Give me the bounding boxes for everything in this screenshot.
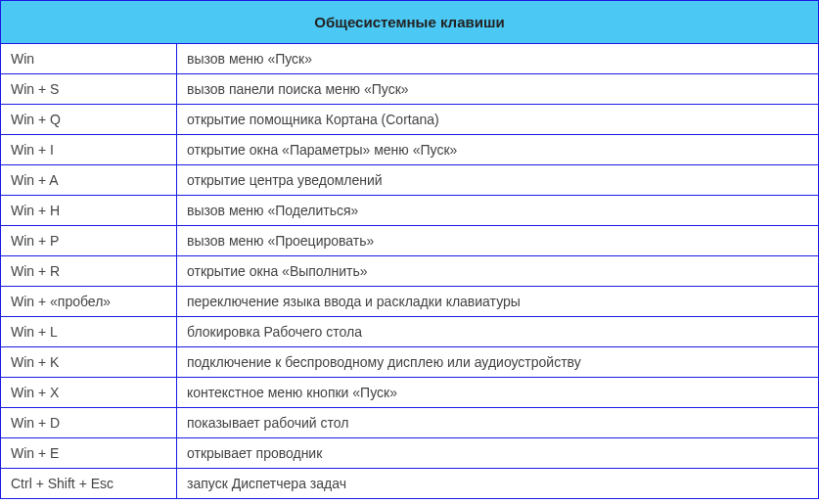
shortcut-description: запуск Диспетчера задач xyxy=(177,469,819,499)
shortcut-key: Ctrl + Shift + Esc xyxy=(1,469,177,499)
shortcuts-table: Общесистемные клавиши Winвызов меню «Пус… xyxy=(0,0,819,499)
shortcut-key: Win + L xyxy=(1,317,177,347)
table-row: Win + Iоткрытие окна «Параметры» меню «П… xyxy=(1,135,819,165)
shortcut-key: Win + A xyxy=(1,165,177,196)
table-title: Общесистемные клавиши xyxy=(1,1,819,44)
shortcut-description: вызов меню «Проецировать» xyxy=(177,226,819,256)
shortcut-key: Win + P xyxy=(1,226,177,256)
shortcut-description: открытие центра уведомлений xyxy=(177,165,819,196)
shortcut-key: Win xyxy=(1,44,177,74)
table-row: Win + Sвызов панели поиска меню «Пуск» xyxy=(1,74,819,105)
shortcut-description: подключение к беспроводному дисплею или … xyxy=(177,347,819,378)
table-row: Win + Dпоказывает рабочий стол xyxy=(1,408,819,438)
shortcut-key: Win + S xyxy=(1,74,177,105)
table-row: Win + «пробел»переключение языка ввода и… xyxy=(1,287,819,317)
shortcut-description: вызов панели поиска меню «Пуск» xyxy=(177,74,819,105)
shortcut-description: показывает рабочий стол xyxy=(177,408,819,438)
shortcut-description: открытие окна «Параметры» меню «Пуск» xyxy=(177,135,819,165)
shortcut-key: Win + H xyxy=(1,196,177,226)
shortcut-key: Win + R xyxy=(1,256,177,287)
shortcut-key: Win + E xyxy=(1,438,177,469)
table-row: Win + Qоткрытие помощника Кортана (Corta… xyxy=(1,105,819,135)
shortcut-description: открывает проводник xyxy=(177,438,819,469)
table-row: Win + Kподключение к беспроводному диспл… xyxy=(1,347,819,378)
shortcut-description: вызов меню «Пуск» xyxy=(177,44,819,74)
shortcut-description: открытие окна «Выполнить» xyxy=(177,256,819,287)
shortcut-key: Win + D xyxy=(1,408,177,438)
shortcut-description: контекстное меню кнопки «Пуск» xyxy=(177,378,819,408)
table-row: Ctrl + Shift + Escзапуск Диспетчера зада… xyxy=(1,469,819,499)
shortcut-description: открытие помощника Кортана (Cortana) xyxy=(177,105,819,135)
shortcut-description: вызов меню «Поделиться» xyxy=(177,196,819,226)
table-row: Win + Eоткрывает проводник xyxy=(1,438,819,469)
table-row: Winвызов меню «Пуск» xyxy=(1,44,819,74)
shortcut-key: Win + Q xyxy=(1,105,177,135)
table-row: Win + Hвызов меню «Поделиться» xyxy=(1,196,819,226)
table-row: Win + Pвызов меню «Проецировать» xyxy=(1,226,819,256)
table-row: Win + Rоткрытие окна «Выполнить» xyxy=(1,256,819,287)
table-row: Win + Aоткрытие центра уведомлений xyxy=(1,165,819,196)
table-row: Win + Xконтекстное меню кнопки «Пуск» xyxy=(1,378,819,408)
table-row: Win + Lблокировка Рабочего стола xyxy=(1,317,819,347)
shortcut-description: блокировка Рабочего стола xyxy=(177,317,819,347)
shortcut-description: переключение языка ввода и раскладки кла… xyxy=(177,287,819,317)
shortcut-key: Win + I xyxy=(1,135,177,165)
shortcut-key: Win + X xyxy=(1,378,177,408)
shortcut-key: Win + «пробел» xyxy=(1,287,177,317)
shortcut-key: Win + K xyxy=(1,347,177,378)
